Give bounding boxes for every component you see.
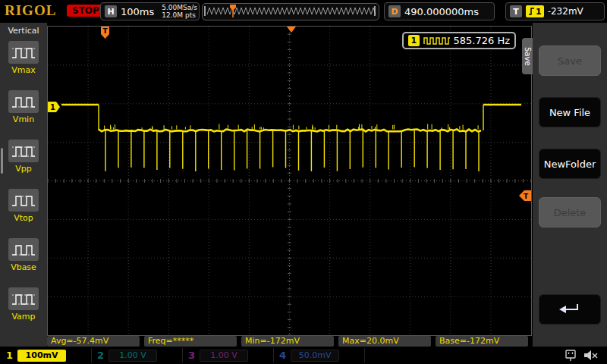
rigol-logo: RIGOL [5, 2, 56, 19]
vbase-icon [8, 238, 39, 261]
sidebar-item-label: Vpp [15, 164, 32, 174]
menu-scroll-handle[interactable] [1, 148, 3, 174]
channel-3-status[interactable]: 3 1.00 V [188, 349, 248, 362]
vamp-icon [8, 287, 39, 310]
sample-rate: 5.00MSa/s [162, 4, 197, 11]
pulse-train-icon [423, 36, 450, 46]
sidebar-item-label: Vbase [11, 262, 36, 272]
waveform-position-preview [202, 3, 379, 20]
save-button[interactable]: Save [539, 46, 601, 76]
new-folder-button[interactable]: NewFolder [539, 149, 601, 179]
counter-frequency-value: 585.726 Hz [454, 35, 511, 46]
counter-channel-badge: 1 [408, 35, 420, 46]
delay-label: D [388, 5, 401, 17]
preview-waveform-icon [203, 4, 377, 18]
trigger-source-badge: 1 [526, 5, 544, 17]
back-button[interactable] [539, 294, 601, 325]
trigger-slope-icon [528, 7, 535, 16]
waveform-trace: 1TT [48, 27, 531, 335]
divider [182, 348, 183, 362]
delay-value: 490.000000ms [404, 6, 479, 17]
measurement-base: Base=-172mV [436, 336, 528, 347]
measurement-sidebar: Vertical Vmax Vmin Vpp Vtop [0, 23, 47, 347]
waveform-display: 1TT [47, 26, 532, 336]
horizontal-label: H [105, 5, 117, 17]
delete-button[interactable]: Delete [539, 197, 601, 228]
run-state-badge: STOP [67, 5, 105, 17]
menu-tab-save: Save [522, 38, 533, 74]
vmin-icon [8, 90, 39, 113]
horizontal-group: H 100ms 5.00MSa/s 12.0M pts [100, 2, 200, 20]
channel-4-number: 4 [279, 350, 286, 361]
sidebar-item-label: Vamp [11, 312, 35, 322]
speaker-mute-icon [583, 349, 599, 362]
channel-1-status[interactable]: 1 100mV [6, 349, 66, 362]
trigger-level-value: -232mV [548, 6, 583, 17]
sidebar-item-label: Vtop [14, 213, 33, 223]
return-arrow-icon [557, 301, 583, 318]
top-bar: RIGOL STOP H 100ms 5.00MSa/s 12.0M pts D… [0, 0, 607, 23]
vmax-icon [8, 41, 39, 64]
divider [91, 348, 92, 362]
channel-2-number: 2 [97, 350, 104, 361]
measurement-min: Min=-172mV [241, 336, 334, 347]
channel-3-number: 3 [188, 350, 195, 361]
svg-text:1: 1 [50, 103, 55, 111]
trigger-label: T [510, 5, 522, 17]
usb-icon [563, 349, 578, 362]
sidebar-item-vbase[interactable]: Vbase [0, 238, 47, 284]
channel-2-scale: 1.00 V [109, 350, 157, 362]
channel-4-status[interactable]: 4 50.0mV [279, 349, 339, 362]
vpp-icon [8, 140, 39, 162]
sidebar-item-vpp[interactable]: Vpp [0, 140, 47, 185]
measurement-avg: Avg=-57.4mV [47, 336, 140, 347]
svg-text:T: T [103, 27, 109, 35]
delay-group: D 490.000000ms [384, 2, 495, 20]
channel-status-bar: 1 100mV 2 1.00 V 3 1.00 V 4 50.0mV [0, 347, 607, 364]
sidebar-item-label: Vmax [11, 65, 36, 75]
sidebar-item-vmin[interactable]: Vmin [0, 90, 47, 136]
sidebar-item-vamp[interactable]: Vamp [0, 287, 47, 333]
memory-depth: 12.0M pts [162, 11, 196, 19]
oscilloscope-screen: RIGOL STOP H 100ms 5.00MSa/s 12.0M pts D… [0, 0, 607, 364]
channel-3-scale: 1.00 V [200, 350, 248, 362]
new-file-button[interactable]: New File [539, 97, 601, 127]
channel-1-number: 1 [6, 350, 13, 361]
channel-4-scale: 50.0mV [291, 350, 339, 362]
channel-1-scale: 100mV [17, 350, 66, 362]
svg-text:T: T [524, 193, 529, 200]
sidebar-title: Vertical [0, 23, 47, 36]
measurement-max: Max=20.0mV [338, 336, 431, 347]
sidebar-item-vtop[interactable]: Vtop [0, 189, 47, 234]
timebase-value: 100ms [121, 6, 154, 17]
divider [273, 348, 274, 362]
trigger-source-channel: 1 [536, 7, 542, 17]
right-menu: Save New File NewFolder Delete [533, 23, 607, 347]
frequency-counter: 1 585.726 Hz [402, 32, 516, 49]
vtop-icon [8, 189, 39, 212]
channel-2-status[interactable]: 2 1.00 V [97, 349, 157, 362]
measurement-freq: Freq=***** [144, 336, 237, 347]
trigger-group: T 1 -232mV [505, 2, 605, 20]
sidebar-item-label: Vmin [13, 115, 34, 124]
sidebar-item-vmax[interactable]: Vmax [0, 41, 47, 86]
divider [364, 348, 365, 362]
acquisition-info: 5.00MSa/s 12.0M pts [162, 4, 197, 19]
